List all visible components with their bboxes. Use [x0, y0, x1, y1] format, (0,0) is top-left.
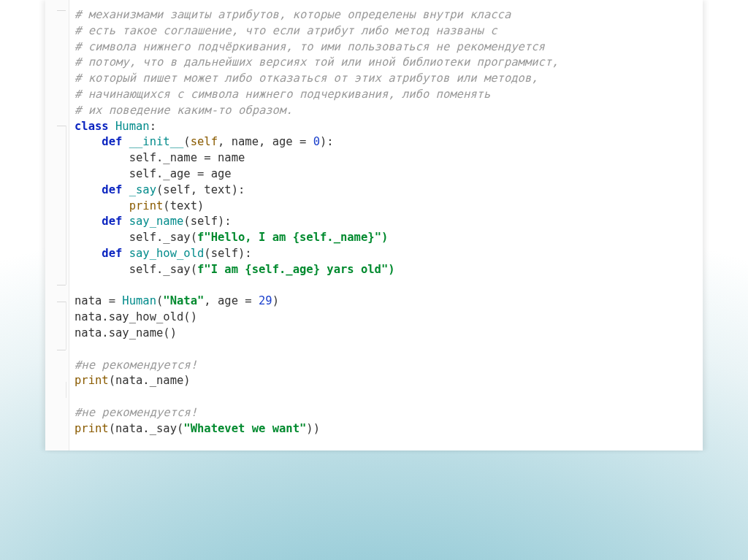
- print-args: (nata._name): [109, 374, 191, 387]
- comment-line: # механизмами защиты атрибутов, которые …: [75, 8, 511, 21]
- call-prefix: self._say(: [129, 263, 197, 276]
- params-text: (self, text):: [156, 183, 245, 196]
- code-block: # механизмами защиты атрибутов, которые …: [75, 7, 692, 437]
- paren-open: (: [183, 135, 190, 148]
- builtin-print: print: [75, 422, 109, 435]
- fstring-body: Hello, I am {self._name}: [211, 231, 375, 244]
- keyword-def: def: [102, 215, 129, 228]
- fstring-body: I am {self._age} yars old: [211, 263, 381, 276]
- comment-line: # их поведение каким-то образом.: [75, 104, 293, 117]
- params-text: (self):: [204, 247, 251, 260]
- print-args: (text): [163, 199, 204, 212]
- method-init: __init__: [129, 135, 184, 148]
- nata-assign-left: nata =: [75, 294, 122, 307]
- call-say-name: nata.say_name(): [75, 326, 177, 340]
- method-say: _say: [129, 183, 156, 196]
- number-zero: 0: [313, 135, 320, 148]
- print-args-close: )): [306, 422, 320, 435]
- comment-line: # есть такое соглашение, что если атрибу…: [75, 24, 497, 37]
- paren-open: (: [156, 294, 163, 307]
- age-keyword: , age =: [204, 294, 259, 307]
- print-args-prefix: (nata._say(: [109, 422, 184, 435]
- close-paren-colon: ):: [320, 135, 334, 148]
- slide-card: # механизмами защиты атрибутов, которые …: [45, 0, 703, 450]
- call-prefix: self._say(: [129, 231, 197, 244]
- class-name: Human: [115, 120, 150, 133]
- keyword-def: def: [102, 183, 129, 196]
- fstring-prefix: f": [197, 231, 211, 244]
- number-29: 29: [259, 294, 272, 307]
- builtin-print: print: [129, 199, 164, 212]
- comment-not-recommended: #не рекомендуется!: [75, 358, 197, 372]
- assign-name-line: self._name = name: [129, 151, 245, 164]
- string-nata: "Nata": [163, 294, 204, 307]
- human-ctor: Human: [122, 294, 156, 307]
- fstring-close: "): [381, 263, 395, 276]
- self-keyword: self: [191, 135, 218, 148]
- assign-age-line: self._age = age: [129, 167, 232, 180]
- comment-line: # начинающихся с символа нижнего подчерк…: [75, 88, 490, 101]
- method-say-name: say_name: [129, 215, 184, 228]
- fstring-close: "): [375, 231, 389, 244]
- params-text: (self):: [183, 215, 231, 228]
- call-say-how-old: nata.say_how_old(): [75, 310, 197, 323]
- comment-not-recommended: #не рекомендуется!: [75, 406, 197, 419]
- comment-line: # который пишет может либо отказаться от…: [75, 72, 538, 85]
- comment-line: # потому, что в дальнейших версиях той и…: [75, 55, 559, 69]
- fstring-prefix: f": [197, 263, 211, 276]
- string-whatever: "Whatevet we want": [183, 422, 306, 435]
- editor-gutter: [45, 0, 69, 450]
- keyword-class: class: [75, 120, 115, 133]
- paren-close: ): [272, 294, 279, 307]
- builtin-print: print: [75, 374, 109, 387]
- params-text: , name, age =: [218, 135, 313, 148]
- keyword-def: def: [102, 247, 129, 260]
- keyword-def: def: [102, 135, 129, 148]
- method-say-how-old: say_how_old: [129, 247, 205, 260]
- comment-line: # символа нижнего подчёркивания, то ими …: [75, 40, 545, 53]
